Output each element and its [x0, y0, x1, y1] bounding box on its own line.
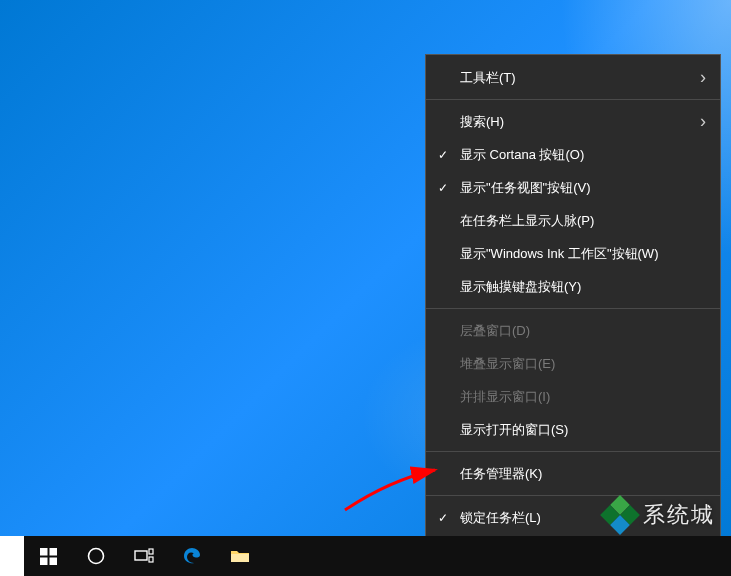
- menu-cascade-windows: 层叠窗口(D): [426, 314, 720, 347]
- cortana-button[interactable]: [72, 536, 120, 576]
- svg-rect-9: [231, 554, 249, 562]
- taskbar-edge: [0, 536, 24, 576]
- menu-label: 锁定任务栏(L): [460, 509, 541, 527]
- cortana-circle-icon: [87, 547, 105, 565]
- file-explorer-button[interactable]: [216, 536, 264, 576]
- menu-toolbars[interactable]: 工具栏(T): [426, 61, 720, 94]
- menu-label: 显示触摸键盘按钮(Y): [460, 278, 581, 296]
- watermark: 系统城: [603, 498, 715, 532]
- check-icon: ✓: [438, 511, 448, 525]
- task-view-button[interactable]: [120, 536, 168, 576]
- windows-logo-icon: [40, 548, 57, 565]
- taskbar-context-menu: 工具栏(T) 搜索(H) ✓ 显示 Cortana 按钮(O) ✓ 显示"任务视…: [425, 54, 721, 574]
- watermark-logo-icon: [603, 498, 637, 532]
- menu-separator: [426, 99, 720, 100]
- menu-separator: [426, 495, 720, 496]
- menu-separator: [426, 451, 720, 452]
- menu-label: 工具栏(T): [460, 69, 516, 87]
- menu-stacked-windows: 堆叠显示窗口(E): [426, 347, 720, 380]
- menu-label: 显示 Cortana 按钮(O): [460, 146, 584, 164]
- svg-rect-4: [49, 557, 57, 565]
- menu-show-touch-keyboard[interactable]: 显示触摸键盘按钮(Y): [426, 270, 720, 303]
- menu-show-open-windows[interactable]: 显示打开的窗口(S): [426, 413, 720, 446]
- svg-rect-3: [40, 557, 48, 565]
- svg-rect-7: [149, 549, 153, 554]
- menu-label: 任务管理器(K): [460, 465, 542, 483]
- menu-label: 搜索(H): [460, 113, 504, 131]
- menu-label: 显示"任务视图"按钮(V): [460, 179, 591, 197]
- svg-rect-6: [135, 551, 147, 560]
- svg-rect-2: [49, 548, 57, 556]
- menu-label: 显示打开的窗口(S): [460, 421, 568, 439]
- menu-show-people[interactable]: 在任务栏上显示人脉(P): [426, 204, 720, 237]
- menu-label: 显示"Windows Ink 工作区"按钮(W): [460, 245, 658, 263]
- svg-rect-8: [149, 557, 153, 562]
- menu-task-manager[interactable]: 任务管理器(K): [426, 457, 720, 490]
- check-icon: ✓: [438, 148, 448, 162]
- menu-show-ink[interactable]: 显示"Windows Ink 工作区"按钮(W): [426, 237, 720, 270]
- menu-label: 层叠窗口(D): [460, 322, 530, 340]
- menu-search[interactable]: 搜索(H): [426, 105, 720, 138]
- svg-rect-1: [40, 548, 48, 556]
- menu-show-cortana[interactable]: ✓ 显示 Cortana 按钮(O): [426, 138, 720, 171]
- menu-show-taskview[interactable]: ✓ 显示"任务视图"按钮(V): [426, 171, 720, 204]
- menu-label: 并排显示窗口(I): [460, 388, 550, 406]
- check-icon: ✓: [438, 181, 448, 195]
- edge-icon: [182, 546, 202, 566]
- menu-side-by-side-windows: 并排显示窗口(I): [426, 380, 720, 413]
- menu-separator: [426, 308, 720, 309]
- edge-browser-button[interactable]: [168, 536, 216, 576]
- taskbar[interactable]: [0, 536, 731, 576]
- task-view-icon: [134, 548, 154, 564]
- menu-label: 堆叠显示窗口(E): [460, 355, 555, 373]
- menu-label: 在任务栏上显示人脉(P): [460, 212, 594, 230]
- watermark-text: 系统城: [643, 500, 715, 530]
- start-button[interactable]: [24, 536, 72, 576]
- folder-icon: [230, 548, 250, 564]
- svg-point-5: [89, 549, 104, 564]
